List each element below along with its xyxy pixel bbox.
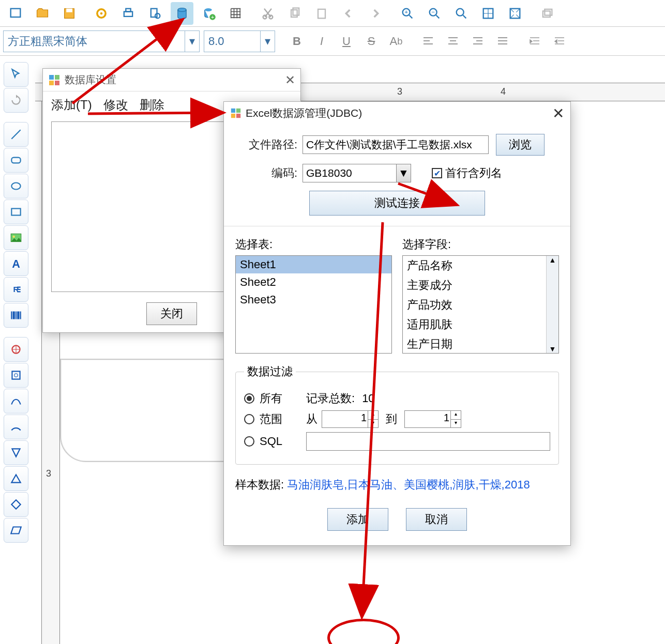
scrollbar[interactable]: ▲▼ <box>546 256 558 353</box>
menu-edit[interactable]: 修改 <box>103 97 128 113</box>
cancel-button[interactable]: 取消 <box>406 508 467 531</box>
close-button[interactable]: 关闭 <box>146 302 197 325</box>
grid-icon[interactable] <box>224 2 247 25</box>
menu-delete[interactable]: 删除 <box>140 97 164 113</box>
font-size-select[interactable]: 8.0 ▾ <box>204 30 275 52</box>
from-spinner[interactable]: 1▴▾ <box>322 410 379 428</box>
undo-icon[interactable] <box>337 2 360 25</box>
list-item[interactable]: 生产日期 <box>403 334 558 354</box>
parallelogram-tool-icon[interactable] <box>4 518 28 543</box>
list-item[interactable]: 产品名称 <box>403 256 558 275</box>
align-center-icon[interactable] <box>442 30 464 53</box>
text-tool-icon[interactable]: A <box>4 251 28 276</box>
svg-rect-36 <box>12 371 20 379</box>
svg-rect-27 <box>545 9 552 15</box>
sql-input[interactable] <box>306 432 550 451</box>
rect-tool-icon[interactable] <box>4 200 28 224</box>
polygon-tool-icon[interactable] <box>4 440 28 465</box>
line-tool-icon[interactable] <box>4 122 28 147</box>
close-icon[interactable]: ✕ <box>552 105 564 122</box>
copy-icon[interactable] <box>283 2 306 25</box>
ok-button[interactable]: 添加 <box>327 508 388 531</box>
svg-rect-44 <box>231 114 235 118</box>
dialog-titlebar[interactable]: 数据库设置 ✕ <box>43 69 300 91</box>
bold-icon[interactable]: B <box>285 30 308 53</box>
font-select[interactable]: 方正粗黑宋简体 ▾ <box>3 30 200 52</box>
open-file-icon[interactable] <box>31 2 54 25</box>
rounded-rect-tool-icon[interactable] <box>4 148 28 173</box>
first-row-label: 首行含列名 <box>445 165 502 181</box>
curve-tool-icon[interactable] <box>4 389 28 413</box>
chevron-down-icon[interactable]: ▾ <box>260 31 275 52</box>
print-icon[interactable] <box>117 2 140 25</box>
database-icon[interactable] <box>171 2 193 25</box>
fit-screen-icon[interactable] <box>477 2 500 25</box>
encoding-select[interactable]: GB18030 ▼ <box>303 164 411 182</box>
app-icon <box>230 108 241 119</box>
list-item[interactable]: Sheet1 <box>236 256 391 273</box>
barcode-tool-icon[interactable] <box>4 303 28 328</box>
arc-tool-icon[interactable] <box>4 415 28 439</box>
to-spinner[interactable]: 1▴▾ <box>404 410 461 428</box>
new-file-icon[interactable] <box>4 2 27 25</box>
indent-increase-icon[interactable] <box>523 30 546 53</box>
align-justify-icon[interactable] <box>491 30 514 53</box>
test-connection-button[interactable]: 测试连接 <box>309 191 485 216</box>
svg-text:+: + <box>211 13 214 20</box>
svg-point-4 <box>100 12 103 14</box>
list-item[interactable]: 产品功效 <box>403 295 558 315</box>
filter-all-radio[interactable] <box>244 393 254 404</box>
browse-button[interactable]: 浏览 <box>496 134 545 156</box>
list-item[interactable]: Sheet2 <box>236 273 391 291</box>
chevron-down-icon[interactable]: ▼ <box>396 164 411 182</box>
close-icon[interactable]: ✕ <box>285 73 295 87</box>
table-listbox[interactable]: Sheet1 Sheet2 Sheet3 <box>235 255 392 354</box>
redo-icon[interactable] <box>364 2 387 25</box>
image-tool-icon[interactable] <box>4 225 28 250</box>
list-item[interactable]: 适用肌肤 <box>403 315 558 334</box>
fullscreen-icon[interactable] <box>504 2 526 25</box>
chevron-down-icon[interactable]: ▾ <box>185 31 199 52</box>
filter-sql-radio[interactable] <box>244 436 254 447</box>
sample-value: 马油润肤皂,日本马油、美国樱桃,润肤,干燥,2018 <box>287 478 530 491</box>
indent-decrease-icon[interactable] <box>548 30 571 53</box>
settings-icon[interactable] <box>90 2 113 25</box>
zoom-out-icon[interactable]: − <box>423 2 446 25</box>
ellipse-tool-icon[interactable] <box>4 174 28 198</box>
dialog-titlebar[interactable]: Excel数据源管理(JDBC) ✕ <box>224 102 570 125</box>
strikethrough-icon[interactable]: S <box>360 30 383 53</box>
list-item[interactable]: 主要成分 <box>403 275 558 295</box>
font-name: 方正粗黑宋简体 <box>8 34 87 49</box>
align-left-icon[interactable] <box>417 30 440 53</box>
superscript-icon[interactable]: Ab <box>385 30 407 53</box>
svg-rect-28 <box>11 158 20 163</box>
richtext-tool-icon[interactable]: R <box>4 277 28 302</box>
menu-add[interactable]: 添加(T) <box>51 97 92 113</box>
align-right-icon[interactable] <box>466 30 489 53</box>
underline-icon[interactable]: U <box>335 30 358 53</box>
zoom-reset-icon[interactable] <box>450 2 473 25</box>
filter-range-radio[interactable] <box>244 414 254 424</box>
svg-point-29 <box>11 183 20 190</box>
preview-icon[interactable] <box>144 2 167 25</box>
svg-rect-40 <box>49 81 54 85</box>
italic-icon[interactable]: I <box>310 30 333 53</box>
svg-point-8 <box>155 13 160 18</box>
paste-icon[interactable] <box>310 2 333 25</box>
cut-icon[interactable] <box>256 2 279 25</box>
shape1-tool-icon[interactable] <box>4 337 28 362</box>
layers-icon[interactable] <box>536 2 558 25</box>
select-field-label: 选择字段: <box>402 237 559 252</box>
shape2-tool-icon[interactable] <box>4 363 28 388</box>
pointer-tool-icon[interactable] <box>4 62 28 87</box>
rotate-tool-icon[interactable] <box>4 88 28 113</box>
database-add-icon[interactable]: + <box>198 2 220 25</box>
diamond-tool-icon[interactable] <box>4 492 28 517</box>
filepath-input[interactable] <box>303 135 489 154</box>
field-listbox[interactable]: 产品名称 主要成分 产品功效 适用肌肤 生产日期 ▲▼ <box>402 255 559 354</box>
first-row-checkbox[interactable]: ✔ <box>432 168 442 178</box>
triangle-tool-icon[interactable] <box>4 466 28 491</box>
list-item[interactable]: Sheet3 <box>236 291 391 309</box>
zoom-in-icon[interactable]: + <box>396 2 419 25</box>
save-icon[interactable] <box>58 2 81 25</box>
